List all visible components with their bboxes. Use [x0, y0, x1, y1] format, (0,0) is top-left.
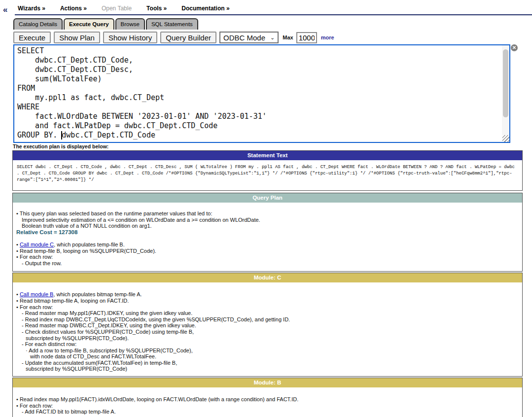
plan-line: • For each row:	[15, 304, 519, 311]
call-module-link[interactable]: Call module B	[20, 291, 53, 297]
bullet-marker: •	[16, 248, 20, 254]
plan-line: - Update the accumulated sum(FACT.WLTota…	[15, 360, 519, 366]
plan-line: • Call module C, which populates temp-fi…	[15, 242, 519, 248]
bullet-marker: •	[16, 304, 20, 310]
plan-line: Boolean truth value of a NOT NULL condit…	[15, 223, 519, 229]
plan-line: Improved selectivity estimation of a <= …	[15, 217, 519, 223]
plan-line: - Output the row.	[15, 260, 519, 267]
collapse-menu-icon[interactable]: «	[3, 5, 7, 15]
resize-handle-icon[interactable]	[502, 135, 509, 142]
menu-items: Wizards » Actions » Open Table Tools » D…	[18, 5, 230, 12]
menu-open-table: Open Table	[102, 5, 132, 12]
plan-line: • For each row:	[15, 254, 519, 260]
statement-text-section: Statement Text SELECT dwbc . CT_Dept . C…	[12, 150, 523, 191]
plan-line: subscripted by %SQLUPPER(CTD_Code).	[15, 335, 519, 342]
plan-line: • Read bitmap temp-file A, looping on FA…	[15, 298, 519, 304]
bullet-marker: •	[16, 291, 20, 297]
chevron-down-icon: ⌄	[270, 35, 275, 41]
plan-line: • This query plan was selected based on …	[15, 210, 519, 217]
plan-line: - For each distinct row:	[15, 341, 519, 348]
plan-line: • Read temp-file B, looping on %SQLUPPER…	[15, 248, 519, 254]
execute-button[interactable]: Execute	[13, 32, 51, 43]
execution-plan-area: Statement Text SELECT dwbc . CT_Dept . C…	[12, 150, 523, 417]
editor-scrollbar[interactable]	[502, 45, 509, 142]
menu-wizards[interactable]: Wizards »	[18, 5, 45, 12]
execution-plan-intro: The execution plan is displayed below:	[13, 143, 108, 149]
module-c-header: Module: C	[13, 273, 522, 282]
bullet-marker: -	[22, 409, 25, 415]
max-rows-input[interactable]	[296, 32, 317, 43]
menu-divider	[15, 14, 532, 15]
plan-line: · Add a row to temp-file B, subscripted …	[15, 348, 519, 354]
query-builder-button[interactable]: Query Builder	[160, 32, 216, 43]
query-toolbar: Execute Show Plan Show History Query Bui…	[13, 32, 334, 43]
plan-line: - Check distinct values for %SQLUPPER(CT…	[15, 329, 519, 335]
bullet-marker: -	[22, 310, 25, 316]
tab-bar: Catalog Details Execute Query Browse SQL…	[13, 18, 198, 30]
menu-tools[interactable]: Tools »	[146, 5, 167, 12]
module-b-section: Module: B • Read index map My.ppl1(FACT)…	[12, 378, 523, 417]
query-plan-content: • This query plan was selected based on …	[13, 203, 522, 271]
bullet-marker: •	[16, 403, 20, 409]
module-b-content: • Read index map My.ppl1(FACT).idxWLOrdD…	[13, 387, 522, 417]
sql-mode-select[interactable]: ODBC Mode ⌄	[219, 32, 279, 43]
plan-line: • For each row:	[15, 403, 519, 409]
plan-line: - Read index map DWBC.CT_Dept.UqCTDCodeI…	[15, 316, 519, 323]
menu-documentation[interactable]: Documentation »	[181, 5, 229, 12]
plan-line: • Call module B, which populates bitmap …	[15, 291, 519, 298]
bullet-marker: -	[22, 322, 25, 328]
close-icon: ✕	[512, 45, 516, 50]
query-plan-section: Query Plan • This query plan was selecte…	[12, 193, 523, 272]
bullet-marker: -	[22, 329, 25, 335]
clear-query-button[interactable]: ✕	[511, 44, 518, 51]
tab-sql-statements[interactable]: SQL Statements	[146, 18, 198, 30]
more-options-link[interactable]: more	[321, 35, 334, 40]
bullet-marker: -	[22, 260, 25, 266]
bullet-marker: •	[16, 242, 20, 247]
relative-cost-value: Relative Cost = 127308	[15, 229, 519, 236]
bullet-marker: -	[22, 341, 25, 347]
plan-line: - Add FACT.ID bit to bitmap temp-file A.	[15, 409, 519, 415]
max-rows-label: Max	[283, 35, 293, 40]
bullet-marker: •	[16, 210, 20, 216]
plan-line: • Read index map My.ppl1(FACT).idxWLOrdD…	[15, 396, 519, 403]
module-c-content: • Call module B, which populates bitmap …	[13, 282, 522, 376]
statement-text-header: Statement Text	[13, 151, 522, 160]
tab-browse[interactable]: Browse	[115, 18, 145, 30]
plan-line: - Read master map DWBC.CT_Dept.IDKEY, us…	[15, 322, 519, 329]
bullet-marker: •	[16, 396, 20, 402]
show-plan-button[interactable]: Show Plan	[54, 32, 100, 43]
sql-editor-wrap: SELECT dwbc.CT_Dept.CTD_Code, dwbc.CT_De…	[13, 44, 510, 143]
text-caret	[61, 131, 62, 139]
plan-line	[15, 235, 519, 242]
statement-text-content: SELECT dwbc . CT_Dept . CTD_Code , dwbc …	[13, 160, 522, 190]
bullet-marker: ·	[26, 348, 29, 353]
call-module-link[interactable]: Call module C	[20, 242, 54, 247]
menu-actions[interactable]: Actions »	[60, 5, 87, 12]
sql-editor[interactable]: SELECT dwbc.CT_Dept.CTD_Code, dwbc.CT_De…	[13, 44, 510, 143]
query-plan-header: Query Plan	[13, 193, 522, 203]
scrollbar-thumb[interactable]	[503, 49, 508, 117]
top-menu-bar: « Wizards » Actions » Open Table Tools »…	[0, 4, 532, 15]
plan-line: with node data of CTD_Desc and FACT.WLTo…	[15, 353, 519, 360]
plan-line: subscripted by %SQLUPPER(CTD_Code)	[15, 366, 519, 372]
bullet-marker: •	[16, 298, 20, 304]
sql-query-tool-page: « Wizards » Actions » Open Table Tools »…	[0, 0, 532, 417]
tab-catalog-details[interactable]: Catalog Details	[13, 18, 63, 30]
tab-execute-query[interactable]: Execute Query	[64, 18, 114, 30]
plan-line: - Read master map My.ppl1(FACT).IDKEY, u…	[15, 310, 519, 316]
module-b-header: Module: B	[13, 378, 522, 387]
show-history-button[interactable]: Show History	[103, 32, 157, 43]
bullet-marker: -	[22, 360, 25, 366]
module-c-section: Module: C • Call module B, which populat…	[12, 273, 523, 377]
bullet-marker: -	[22, 316, 25, 322]
bullet-marker: •	[16, 254, 20, 260]
sql-mode-value: ODBC Mode	[223, 34, 265, 42]
